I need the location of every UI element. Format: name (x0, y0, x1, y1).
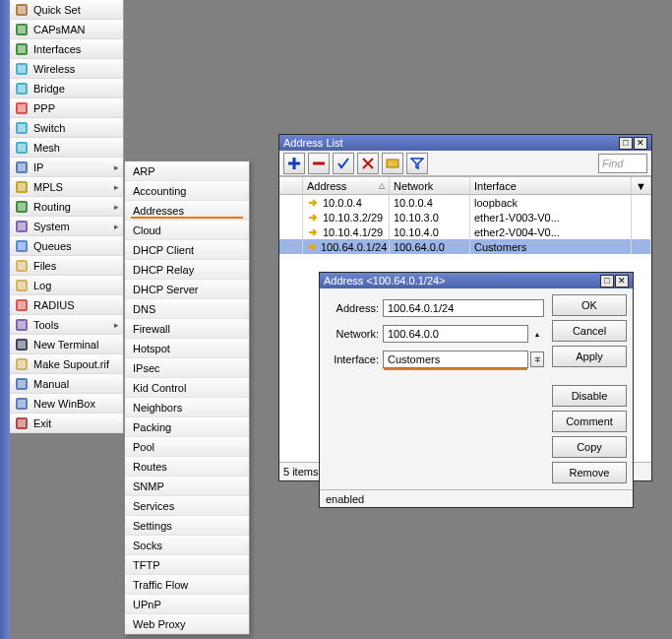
sidebar-item-wireless[interactable]: Wireless (10, 59, 123, 79)
apply-button[interactable]: Apply (552, 346, 627, 367)
switch-icon (14, 120, 30, 136)
sidebar-item-manual[interactable]: Manual (10, 374, 123, 394)
comment-button[interactable]: Comment (552, 411, 627, 432)
add-button[interactable] (283, 153, 305, 174)
cell-address: 10.10.3.2/29 (323, 212, 383, 224)
manual-icon (14, 376, 30, 392)
address-list-title: Address List (283, 137, 343, 149)
sidebar-item-capsman[interactable]: CAPsMAN (10, 20, 123, 39)
remove-button[interactable]: Remove (552, 462, 627, 483)
svg-rect-31 (18, 301, 26, 309)
enable-button[interactable] (333, 153, 354, 174)
close-button[interactable]: ✕ (634, 137, 647, 150)
address-dialog-titlebar[interactable]: Address <100.64.0.1/24> □ ✕ (320, 273, 633, 288)
sidebar-item-interfaces[interactable]: Interfaces (10, 39, 123, 59)
submenu-item-dhcp-relay[interactable]: DHCP Relay (125, 260, 249, 280)
sidebar-item-ppp[interactable]: PPP (10, 98, 123, 118)
comment-button[interactable] (382, 153, 403, 174)
filter-button[interactable] (406, 153, 428, 174)
ok-button[interactable]: OK (552, 294, 627, 316)
address-input[interactable]: 100.64.0.1/24 (383, 299, 544, 317)
table-row[interactable]: 100.64.0.1/24100.64.0.0Customers (279, 239, 651, 254)
cell-address: 10.10.4.1/29 (323, 226, 383, 238)
submenu-item-web-proxy[interactable]: Web Proxy (125, 614, 249, 634)
sidebar-item-system[interactable]: System▸ (10, 217, 123, 236)
sidebar-item-routing[interactable]: Routing▸ (10, 197, 123, 217)
sidebar-item-quick-set[interactable]: Quick Set (10, 0, 123, 20)
close-button[interactable]: ✕ (615, 275, 629, 288)
submenu-item-upnp[interactable]: UPnP (125, 595, 249, 614)
submenu-item-hotspot[interactable]: Hotspot (125, 339, 249, 358)
sidebar-item-switch[interactable]: Switch (10, 118, 123, 138)
sidebar-item-files[interactable]: Files (10, 256, 123, 276)
submenu-item-services[interactable]: Services (125, 496, 249, 516)
sidebar-item-label: New Terminal (33, 339, 98, 351)
col-flag[interactable] (279, 177, 303, 194)
svg-rect-13 (18, 124, 26, 132)
svg-rect-27 (18, 262, 26, 270)
network-spin[interactable]: ▲ (530, 325, 544, 343)
find-input[interactable]: Find (598, 154, 647, 173)
submenu-item-pool[interactable]: Pool (125, 437, 249, 457)
table-row[interactable]: 10.10.3.2/2910.10.3.0ether1-V003-V0... (279, 210, 651, 224)
svg-rect-3 (18, 26, 26, 33)
sidebar-item-log[interactable]: Log (10, 276, 123, 295)
submenu-item-accounting[interactable]: Accounting (125, 181, 249, 201)
disable-button[interactable] (357, 153, 379, 174)
files-icon (14, 258, 30, 274)
sidebar-item-label: Log (33, 280, 51, 291)
copy-button[interactable]: Copy (552, 436, 627, 458)
submenu-item-firewall[interactable]: Firewall (125, 319, 249, 339)
winbox-icon (14, 396, 30, 412)
table-row[interactable]: 10.10.4.1/2910.10.4.0ether2-V004-V0... (279, 224, 651, 239)
submenu-item-packing[interactable]: Packing (125, 417, 249, 437)
sidebar-item-queues[interactable]: Queues (10, 236, 123, 256)
submenu-item-addresses[interactable]: Addresses (125, 201, 249, 221)
maximize-button[interactable]: □ (600, 275, 614, 288)
submenu-item-ipsec[interactable]: IPsec (125, 358, 249, 378)
sidebar-item-bridge[interactable]: Bridge (10, 79, 123, 98)
submenu-arrow-icon: ▸ (114, 222, 119, 231)
sidebar-item-radius[interactable]: RADIUS (10, 295, 123, 315)
submenu-arrow-icon: ▸ (114, 162, 119, 172)
submenu-item-dhcp-client[interactable]: DHCP Client (125, 240, 249, 260)
submenu-item-kid-control[interactable]: Kid Control (125, 378, 249, 398)
table-row[interactable]: 10.0.0.410.0.0.4loopback (279, 195, 651, 210)
disable-button[interactable]: Disable (552, 385, 627, 407)
submenu-item-traffic-flow[interactable]: Traffic Flow (125, 575, 249, 595)
cancel-button[interactable]: Cancel (552, 320, 627, 342)
submenu-item-socks[interactable]: Socks (125, 536, 249, 555)
submenu-item-arp[interactable]: ARP (125, 161, 249, 181)
submenu-item-dhcp-server[interactable]: DHCP Server (125, 280, 249, 299)
network-input[interactable]: 100.64.0.0 (383, 325, 528, 343)
sidebar-item-label: Bridge (33, 83, 65, 95)
submenu-item-neighbors[interactable]: Neighbors (125, 398, 249, 417)
sidebar-item-make-supout-rif[interactable]: Make Supout.rif (10, 354, 123, 374)
submenu-item-settings[interactable]: Settings (125, 516, 249, 536)
col-interface[interactable]: Interface (470, 177, 632, 194)
sidebar-item-tools[interactable]: Tools▸ (10, 315, 123, 335)
sidebar-item-ip[interactable]: IP▸ (10, 158, 123, 177)
interface-dropdown[interactable]: ∓ (530, 351, 544, 367)
svg-rect-33 (18, 321, 26, 329)
sidebar-item-exit[interactable]: Exit (10, 414, 123, 433)
address-list-titlebar[interactable]: Address List □ ✕ (279, 135, 651, 151)
submenu-item-snmp[interactable]: SNMP (125, 477, 249, 496)
submenu-item-dns[interactable]: DNS (125, 299, 249, 319)
col-network[interactable]: Network (390, 177, 470, 194)
col-address[interactable]: Address△ (303, 177, 390, 194)
sidebar-item-mesh[interactable]: Mesh (10, 138, 123, 158)
sidebar-item-new-terminal[interactable]: New Terminal (10, 335, 123, 354)
submenu-item-cloud[interactable]: Cloud (125, 221, 249, 240)
dialog-form: Address: 100.64.0.1/24 Network: 100.64.0… (320, 288, 550, 489)
col-dropdown[interactable]: ▼ (632, 177, 651, 194)
remove-button[interactable] (308, 153, 330, 174)
maximize-button[interactable]: □ (619, 137, 633, 150)
sidebar-item-new-winbox[interactable]: New WinBox (10, 394, 123, 414)
submenu-item-tftp[interactable]: TFTP (125, 555, 249, 575)
network-label: Network: (326, 328, 383, 340)
interface-input[interactable]: Customers (383, 351, 528, 368)
sidebar-item-mpls[interactable]: MPLS▸ (10, 177, 123, 197)
address-dialog: Address <100.64.0.1/24> □ ✕ Address: 100… (319, 272, 634, 508)
submenu-item-routes[interactable]: Routes (125, 457, 249, 477)
